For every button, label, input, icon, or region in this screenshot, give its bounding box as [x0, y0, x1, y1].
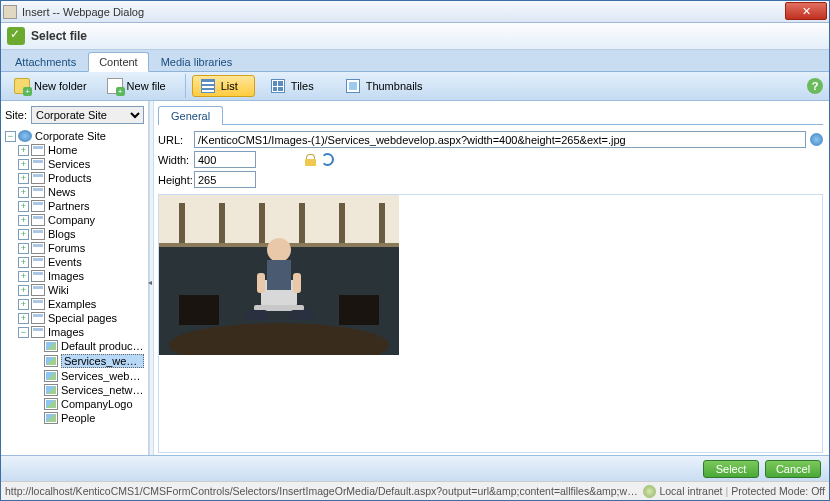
splitter[interactable] — [149, 101, 154, 455]
expand-icon[interactable]: + — [18, 271, 29, 282]
thumbnails-icon — [346, 79, 360, 93]
tab-general[interactable]: General — [158, 106, 223, 125]
new-folder-button[interactable]: New folder — [7, 75, 94, 97]
page-icon — [31, 298, 45, 310]
folder-plus-icon — [14, 78, 30, 94]
url-input[interactable] — [194, 131, 806, 148]
refresh-icon[interactable] — [321, 153, 334, 166]
new-file-label: New file — [127, 80, 166, 92]
tree-node[interactable]: +Home — [5, 143, 144, 157]
svg-rect-3 — [179, 203, 185, 243]
expand-icon[interactable]: + — [18, 299, 29, 310]
close-button[interactable]: ✕ — [785, 2, 827, 20]
tree-node[interactable]: +Events — [5, 255, 144, 269]
tree-node[interactable]: +Partners — [5, 199, 144, 213]
url-label: URL: — [158, 134, 194, 146]
status-url: http://localhost/KenticoCMS1/CMSFormCont… — [5, 485, 640, 497]
tree-node[interactable]: +Forums — [5, 241, 144, 255]
collapse-icon[interactable]: − — [5, 131, 16, 142]
site-label: Site: — [5, 109, 27, 121]
tree-node[interactable]: +Blogs — [5, 227, 144, 241]
view-thumbnails-label: Thumbnails — [366, 80, 423, 92]
tree-node[interactable]: +Wiki — [5, 283, 144, 297]
expand-icon[interactable]: − — [18, 327, 29, 338]
svg-point-14 — [267, 238, 291, 262]
page-icon — [31, 186, 45, 198]
zone-icon — [643, 485, 656, 498]
view-thumbnails-button[interactable]: Thumbnails — [338, 76, 439, 96]
tree-leaf[interactable]: CompanyLogo — [5, 397, 144, 411]
page-icon — [31, 242, 45, 254]
tree-leaf[interactable]: Services_webdesign — [5, 369, 144, 383]
app-icon — [3, 5, 17, 19]
tab-attachments[interactable]: Attachments — [5, 53, 86, 71]
select-button[interactable]: Select — [703, 460, 759, 478]
file-plus-icon — [107, 78, 123, 94]
right-pane: General URL: Width: Height: — [154, 101, 829, 455]
view-list-label: List — [221, 80, 238, 92]
expand-icon[interactable]: + — [18, 257, 29, 268]
view-tiles-button[interactable]: Tiles — [263, 76, 330, 96]
tree-node[interactable]: +Images — [5, 269, 144, 283]
dialog-header: Select file — [1, 23, 829, 50]
main-tabs: Attachments Content Media libraries — [1, 50, 829, 72]
tab-media-libraries[interactable]: Media libraries — [151, 53, 243, 71]
browse-icon[interactable] — [810, 133, 823, 146]
expand-icon[interactable]: + — [18, 243, 29, 254]
tree-node[interactable]: −Images — [5, 325, 144, 339]
expand-icon[interactable]: + — [18, 159, 29, 170]
expand-icon[interactable]: + — [18, 145, 29, 156]
tree: −Corporate Site +Home+Services+Products+… — [5, 129, 144, 425]
expand-icon[interactable]: + — [18, 215, 29, 226]
tree-node[interactable]: +Services — [5, 157, 144, 171]
tree-leaf[interactable]: Services_network — [5, 383, 144, 397]
tree-root[interactable]: −Corporate Site — [5, 129, 144, 143]
tiles-icon — [271, 79, 285, 93]
tree-node[interactable]: +Products — [5, 171, 144, 185]
tab-content[interactable]: Content — [88, 52, 149, 72]
expand-icon[interactable]: + — [18, 285, 29, 296]
image-icon — [44, 398, 58, 410]
tree-node[interactable]: +Company — [5, 213, 144, 227]
svg-rect-7 — [339, 203, 345, 243]
tree-node[interactable]: +Examples — [5, 297, 144, 311]
height-input[interactable] — [194, 171, 256, 188]
page-icon — [31, 200, 45, 212]
view-tiles-label: Tiles — [291, 80, 314, 92]
svg-rect-5 — [259, 203, 265, 243]
svg-rect-4 — [219, 203, 225, 243]
globe-icon — [18, 130, 32, 142]
page-icon — [31, 214, 45, 226]
status-mode: Protected Mode: Off — [731, 485, 825, 497]
svg-rect-10 — [179, 295, 219, 325]
tree-node[interactable]: +News — [5, 185, 144, 199]
list-icon — [201, 79, 215, 93]
svg-rect-6 — [299, 203, 305, 243]
expand-icon[interactable]: + — [18, 187, 29, 198]
tree-leaf[interactable]: Default product image — [5, 339, 144, 353]
width-label: Width: — [158, 154, 194, 166]
page-icon — [31, 158, 45, 170]
help-button[interactable]: ? — [807, 78, 823, 94]
site-select[interactable]: Corporate Site — [31, 106, 144, 124]
new-file-button[interactable]: New file — [100, 75, 173, 97]
image-icon — [44, 412, 58, 424]
tree-leaf[interactable]: Services_webdevelop — [5, 353, 144, 369]
tree-node[interactable]: +Special pages — [5, 311, 144, 325]
image-icon — [44, 370, 58, 382]
expand-icon[interactable]: + — [18, 229, 29, 240]
tree-leaf[interactable]: People — [5, 411, 144, 425]
image-icon — [44, 355, 58, 367]
image-preview — [158, 194, 823, 453]
expand-icon[interactable]: + — [18, 313, 29, 324]
width-input[interactable] — [194, 151, 256, 168]
window-title: Insert -- Webpage Dialog — [22, 6, 144, 18]
expand-icon[interactable]: + — [18, 173, 29, 184]
lock-icon[interactable] — [304, 153, 317, 166]
status-zone: Local intranet — [659, 485, 722, 497]
cancel-button[interactable]: Cancel — [765, 460, 821, 478]
view-list-button[interactable]: List — [192, 75, 255, 97]
page-icon — [31, 228, 45, 240]
preview-image — [159, 195, 399, 355]
expand-icon[interactable]: + — [18, 201, 29, 212]
